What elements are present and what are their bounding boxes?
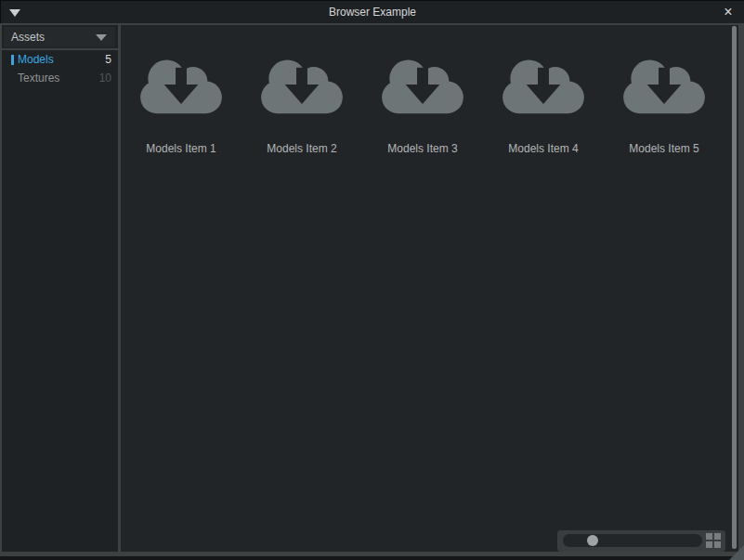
cloud-download-icon xyxy=(501,56,586,115)
cloud-download-icon xyxy=(259,56,345,115)
category-label: Models xyxy=(18,53,54,66)
asset-grid-panel: Models Item 1 Models Item 2 xyxy=(121,25,738,552)
selection-marker xyxy=(11,55,14,65)
cloud-download-icon xyxy=(138,56,224,115)
asset-card[interactable]: Models Item 5 xyxy=(604,56,724,155)
resize-grip[interactable] xyxy=(729,545,744,560)
browser-example-window: Browser Example × Assets Models 5 Textur… xyxy=(0,0,744,560)
chevron-down-icon xyxy=(96,34,107,41)
grid-view-icon[interactable] xyxy=(706,533,721,548)
asset-card[interactable]: Models Item 1 xyxy=(121,56,241,155)
sidebar-item-textures[interactable]: Textures 10 xyxy=(2,69,118,87)
category-count-badge: 10 xyxy=(99,72,111,85)
vertical-scrollbar[interactable] xyxy=(732,26,737,549)
asset-label: Models Item 2 xyxy=(267,142,336,155)
asset-card[interactable]: Models Item 3 xyxy=(362,56,483,155)
cloud-download-icon xyxy=(380,56,465,115)
asset-grid: Models Item 1 Models Item 2 xyxy=(121,25,738,155)
asset-label: Models Item 4 xyxy=(508,142,578,155)
asset-label: Models Item 5 xyxy=(629,142,698,155)
category-label: Textures xyxy=(18,72,59,85)
sidebar-item-models[interactable]: Models 5 xyxy=(2,50,118,69)
asset-label: Models Item 1 xyxy=(146,142,215,155)
category-sidebar: Assets Models 5 Textures 10 xyxy=(2,25,118,552)
thumbnail-size-control xyxy=(557,530,725,552)
cloud-download-icon xyxy=(621,56,707,115)
zoom-slider-handle[interactable] xyxy=(587,535,598,546)
zoom-slider-track[interactable] xyxy=(563,534,702,547)
window-title: Browser Example xyxy=(1,1,744,24)
collection-dropdown-value: Assets xyxy=(11,31,45,44)
close-button[interactable]: × xyxy=(719,1,737,24)
titlebar: Browser Example × xyxy=(0,0,744,23)
category-count-badge: 5 xyxy=(105,53,111,66)
window-bottom-edge xyxy=(0,556,744,560)
category-list: Models 5 Textures 10 xyxy=(2,50,118,87)
asset-card[interactable]: Models Item 4 xyxy=(483,56,604,155)
asset-card[interactable]: Models Item 2 xyxy=(241,56,362,155)
asset-label: Models Item 3 xyxy=(387,142,457,155)
collection-dropdown[interactable]: Assets xyxy=(4,27,115,47)
